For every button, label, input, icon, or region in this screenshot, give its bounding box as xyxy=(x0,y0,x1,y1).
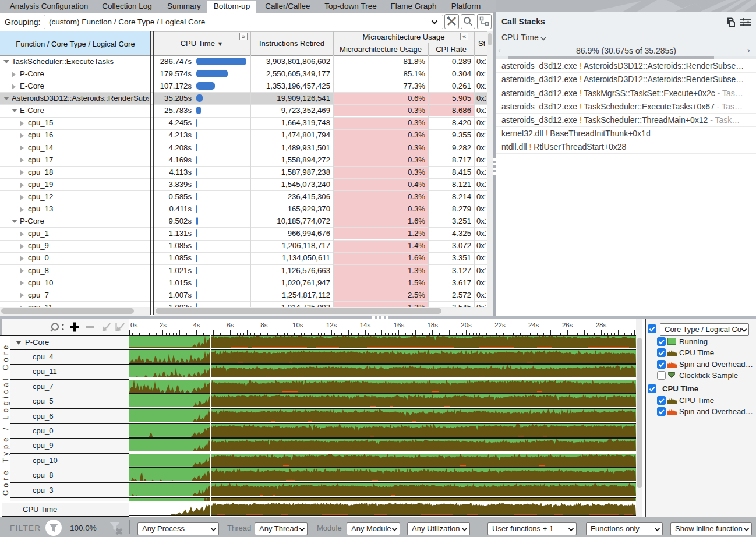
svg-text:22s: 22s xyxy=(494,322,506,328)
svg-text:14s: 14s xyxy=(360,322,371,328)
svg-text:4s: 4s xyxy=(193,322,200,328)
svg-text:20s: 20s xyxy=(461,322,472,328)
svg-text:8s: 8s xyxy=(260,322,267,328)
svg-text:10s: 10s xyxy=(292,322,303,328)
svg-text:6s: 6s xyxy=(227,322,234,328)
svg-text:0s: 0s xyxy=(130,322,137,328)
svg-text:16s: 16s xyxy=(394,322,405,328)
svg-text:26s: 26s xyxy=(562,322,573,328)
svg-text:18s: 18s xyxy=(427,322,438,328)
svg-text:12s: 12s xyxy=(326,322,337,328)
svg-text:2s: 2s xyxy=(160,322,167,328)
svg-text:24s: 24s xyxy=(528,322,539,328)
svg-text:28s: 28s xyxy=(596,322,607,328)
